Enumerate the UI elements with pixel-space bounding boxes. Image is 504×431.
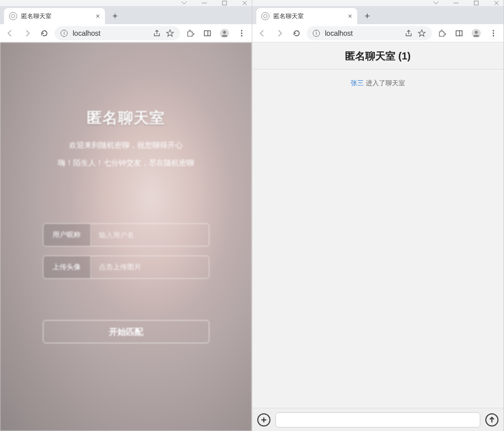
menu-icon[interactable] [235, 26, 249, 40]
window-maximize-icon[interactable] [473, 0, 479, 6]
attach-button[interactable] [257, 413, 270, 426]
forward-button[interactable] [272, 26, 287, 40]
svg-point-8 [241, 35, 243, 36]
tab-close-icon[interactable]: × [96, 12, 100, 20]
svg-point-6 [241, 30, 243, 31]
reload-button[interactable] [290, 26, 304, 40]
tab-title: 匿名聊天室 [273, 12, 344, 21]
new-tab-button[interactable]: + [108, 9, 122, 23]
reload-button[interactable] [37, 26, 51, 40]
window-titlebar [252, 0, 503, 6]
browser-tab[interactable]: 匿名聊天室 × [4, 8, 105, 24]
share-icon[interactable] [405, 29, 413, 37]
join-text: 进入了聊天室 [364, 79, 405, 87]
star-icon[interactable] [166, 29, 174, 37]
join-user: 张三 [351, 79, 364, 87]
upload-row: 上传头像 点击上传图片 [43, 256, 209, 279]
browser-window-left: 匿名聊天室 × + i localhost 匿名聊天室 欢迎来到随机密聊，祝您聊… [0, 0, 252, 431]
tabs-bar: 匿名聊天室 × + [252, 6, 503, 24]
svg-point-5 [223, 31, 226, 34]
extensions-icon[interactable] [183, 26, 197, 40]
window-close-icon[interactable] [493, 0, 499, 6]
menu-icon[interactable] [486, 26, 500, 40]
window-titlebar [0, 0, 252, 6]
nickname-input[interactable] [91, 224, 209, 246]
browser-window-right: 匿名聊天室 × + i localhost 匿名聊天室 (1) 张三 进入了聊天… [252, 0, 504, 431]
address-bar: i localhost [0, 24, 252, 42]
window-maximize-icon[interactable] [221, 0, 228, 6]
page-title: 匿名聊天室 [87, 108, 165, 129]
side-panel-icon[interactable] [452, 26, 466, 40]
send-button[interactable] [485, 413, 498, 426]
star-icon[interactable] [418, 29, 426, 37]
svg-rect-11 [456, 31, 462, 36]
svg-point-17 [493, 35, 494, 36]
svg-rect-1 [222, 1, 227, 5]
window-minimize-icon[interactable] [453, 0, 459, 6]
svg-rect-2 [204, 31, 210, 36]
nickname-label: 用户昵称 [43, 224, 91, 246]
nickname-row: 用户昵称 [43, 223, 209, 247]
chat-input-bar [252, 408, 503, 431]
site-info-icon[interactable]: i [61, 30, 68, 37]
upload-label: 上传头像 [43, 256, 91, 278]
share-icon[interactable] [153, 29, 161, 37]
message-input[interactable] [275, 412, 480, 427]
tab-close-icon[interactable]: × [348, 12, 352, 20]
tabs-bar: 匿名聊天室 × + [0, 6, 252, 24]
browser-tab[interactable]: 匿名聊天室 × [256, 8, 357, 24]
url-text: localhost [325, 29, 353, 37]
globe-icon [9, 12, 17, 20]
side-panel-icon[interactable] [200, 26, 214, 40]
extensions-icon[interactable] [435, 26, 449, 40]
url-text: localhost [73, 29, 100, 37]
start-match-button[interactable]: 开始匹配 [43, 320, 209, 343]
profile-icon[interactable] [469, 26, 483, 40]
join-message: 张三 进入了聊天室 [252, 79, 503, 88]
chat-header: 匿名聊天室 (1) [252, 42, 503, 70]
chat-messages: 张三 进入了聊天室 [252, 70, 503, 408]
window-minimize-icon[interactable] [201, 0, 207, 6]
subtitle-1: 欢迎来到随机密聊，祝您聊得开心 [69, 141, 183, 150]
tab-title: 匿名聊天室 [21, 12, 92, 21]
profile-icon[interactable] [217, 26, 232, 40]
chat-room: 匿名聊天室 (1) 张三 进入了聊天室 [252, 42, 503, 431]
window-dropdown-icon[interactable] [181, 0, 187, 6]
address-bar: i localhost [252, 24, 503, 42]
svg-point-7 [241, 32, 243, 34]
url-field[interactable]: i localhost [307, 26, 432, 40]
back-button[interactable] [255, 26, 269, 40]
window-close-icon[interactable] [242, 0, 248, 6]
upload-trigger[interactable]: 点击上传图片 [91, 256, 209, 278]
back-button[interactable] [3, 26, 17, 40]
svg-rect-10 [474, 1, 478, 5]
page-content-right: 匿名聊天室 (1) 张三 进入了聊天室 [252, 42, 503, 431]
svg-point-15 [493, 30, 494, 31]
page-content-left: 匿名聊天室 欢迎来到随机密聊，祝您聊得开心 嗨！陌生人！七分钟交友，尽在随机密聊… [0, 42, 252, 431]
site-info-icon[interactable]: i [313, 30, 320, 37]
login-hero: 匿名聊天室 欢迎来到随机密聊，祝您聊得开心 嗨！陌生人！七分钟交友，尽在随机密聊… [0, 42, 252, 431]
new-tab-button[interactable]: + [360, 9, 374, 23]
svg-point-16 [493, 32, 494, 34]
forward-button[interactable] [20, 26, 34, 40]
globe-icon [261, 12, 269, 20]
window-dropdown-icon[interactable] [433, 0, 439, 6]
subtitle-2: 嗨！陌生人！七分钟交友，尽在随机密聊 [58, 158, 194, 168]
svg-point-14 [475, 31, 478, 34]
url-field[interactable]: i localhost [54, 26, 180, 40]
